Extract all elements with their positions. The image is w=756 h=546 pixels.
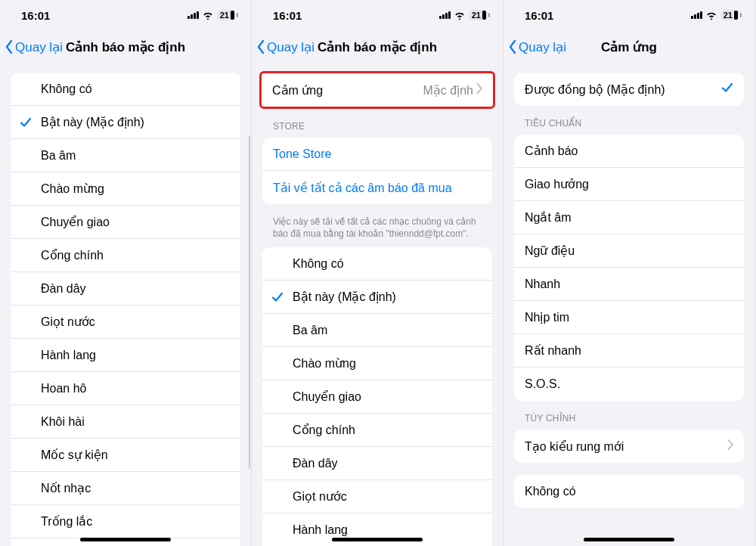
- tone-label: Ba âm: [41, 149, 230, 163]
- standard-item[interactable]: Rất nhanh: [514, 334, 744, 368]
- tone-label: Ba âm: [293, 324, 482, 337]
- home-indicator[interactable]: [332, 538, 423, 541]
- signal-icon: [187, 11, 199, 19]
- back-label: Quay lại: [519, 39, 566, 55]
- battery-icon: 21: [720, 10, 739, 20]
- status-right: 21: [439, 9, 488, 22]
- screen-3: 16:01 21 Quay lại Cảm ứng Được đồng bộ (…: [503, 0, 755, 546]
- wifi-icon: [202, 9, 214, 22]
- signal-icon: [439, 11, 451, 19]
- checkmark-icon: [721, 82, 733, 97]
- tone-row[interactable]: Không có: [262, 247, 492, 281]
- back-label: Quay lại: [15, 39, 63, 55]
- synced-label: Được đồng bộ (Mặc định): [525, 82, 733, 97]
- content: Cảm ứng Mặc định STORE Tone StoreTải về …: [252, 64, 503, 546]
- tone-row[interactable]: Chào mừng: [11, 172, 240, 206]
- tone-label: Chuyển giao: [41, 215, 230, 229]
- none-row[interactable]: Không có: [514, 475, 744, 508]
- tone-row[interactable]: Chào mừng: [262, 347, 492, 380]
- tone-label: Hành lang: [41, 349, 230, 362]
- tone-label: Chào mừng: [293, 356, 482, 371]
- home-indicator[interactable]: [80, 538, 171, 541]
- standard-item-label: Cảnh báo: [525, 144, 733, 158]
- back-button[interactable]: Quay lại: [256, 30, 314, 64]
- home-indicator[interactable]: [584, 538, 674, 541]
- standard-item-label: Nhanh: [525, 278, 733, 291]
- tone-row[interactable]: Ba âm: [262, 314, 492, 347]
- wifi-icon: [454, 9, 466, 22]
- wifi-icon: [705, 9, 717, 22]
- none-label: Không có: [525, 485, 733, 498]
- status-bar: 16:01 21: [0, 0, 251, 30]
- store-link[interactable]: Tone Store: [262, 138, 492, 171]
- tone-row[interactable]: Đàn dây: [11, 272, 240, 306]
- haptic-value: Mặc định: [423, 83, 473, 98]
- standard-item[interactable]: Nhịp tim: [514, 301, 744, 334]
- tone-row[interactable]: Cổng chính: [262, 414, 492, 447]
- tone-list: Không cóBật này (Mặc định)Ba âmChào mừng…: [11, 73, 240, 546]
- store-header: STORE: [273, 121, 482, 132]
- tone-row[interactable]: Hành lang: [11, 339, 240, 372]
- standard-item-label: Rất nhanh: [525, 343, 733, 358]
- tone-list: Không cóBật này (Mặc định)Ba âmChào mừng…: [262, 247, 492, 546]
- status-right: 21: [187, 9, 236, 22]
- standard-item[interactable]: Ngắt âm: [514, 201, 744, 234]
- tone-row[interactable]: Bật này (Mặc định): [11, 106, 240, 139]
- tone-row[interactable]: Khôi hài: [11, 405, 240, 439]
- standard-item-label: Giao hưởng: [525, 177, 733, 191]
- standard-item[interactable]: Ngữ điệu: [514, 234, 744, 268]
- tone-row[interactable]: Chuyển giao: [11, 206, 240, 239]
- tone-row[interactable]: Chuyển giao: [262, 380, 492, 414]
- standard-item[interactable]: Nhanh: [514, 268, 744, 301]
- battery-icon: 21: [217, 10, 236, 20]
- status-bar: 16:01 21: [252, 0, 503, 30]
- standard-group: Cảnh báoGiao hưởngNgắt âmNgữ điệuNhanhNh…: [514, 135, 744, 401]
- screen-1: 16:01 21 Quay lại Cảnh báo mặc định Khôn…: [0, 0, 252, 546]
- tone-row[interactable]: Bật này (Mặc định): [262, 281, 492, 314]
- tone-row[interactable]: Trống lắc: [11, 505, 240, 538]
- tone-label: Giọt nước: [41, 315, 230, 329]
- tone-row[interactable]: Ba âm: [11, 139, 240, 172]
- tone-row[interactable]: Nốt nhạc: [11, 472, 240, 505]
- nav-bar: Quay lại Cảnh báo mặc định: [252, 30, 503, 64]
- store-footer: Việc này sẽ tải về tất cả các nhạc chuôn…: [273, 216, 482, 240]
- store-link-label: Tone Store: [273, 147, 482, 161]
- screen-2: 16:01 21 Quay lại Cảnh báo mặc định Cảm …: [252, 0, 503, 546]
- tone-row[interactable]: Hoan hô: [11, 372, 240, 405]
- standard-item[interactable]: Cảnh báo: [514, 135, 744, 168]
- tone-row[interactable]: Mốc sự kiện: [11, 439, 240, 472]
- signal-icon: [691, 11, 702, 19]
- tone-row[interactable]: Cổng chính: [11, 239, 240, 272]
- standard-item-label: S.O.S.: [525, 377, 733, 391]
- battery-icon: 21: [469, 10, 488, 20]
- back-button[interactable]: Quay lại: [5, 30, 63, 64]
- tone-label: Giọt nước: [293, 489, 482, 504]
- tone-row[interactable]: Đàn dây: [262, 447, 492, 480]
- back-button[interactable]: Quay lại: [508, 30, 566, 64]
- standard-item[interactable]: S.O.S.: [514, 368, 744, 401]
- tone-label: Cổng chính: [293, 423, 482, 437]
- tone-label: Bật này (Mặc định): [41, 115, 230, 129]
- tone-row[interactable]: Giọt nước: [262, 480, 492, 513]
- status-time: 16:01: [525, 9, 553, 22]
- back-label: Quay lại: [267, 39, 314, 55]
- page-title: Cảm ứng: [601, 39, 657, 55]
- create-vibration-row[interactable]: Tạo kiểu rung mới: [514, 430, 744, 463]
- standard-item[interactable]: Giao hưởng: [514, 168, 744, 201]
- tone-label: Nốt nhạc: [41, 481, 230, 495]
- standard-item-label: Nhịp tim: [525, 310, 733, 324]
- page-title: Cảnh báo mặc định: [318, 39, 437, 55]
- chevron-right-icon: [476, 83, 482, 97]
- haptic-row[interactable]: Cảm ứng Mặc định: [262, 73, 493, 107]
- store-link[interactable]: Tải về tất cả các âm báo đã mua: [262, 171, 492, 204]
- tone-label: Đàn dây: [41, 282, 230, 296]
- nav-bar: Quay lại Cảnh báo mặc định: [0, 30, 251, 64]
- tone-row[interactable]: Giọt nước: [11, 306, 240, 339]
- haptic-label: Cảm ứng: [272, 83, 423, 98]
- scrollbar[interactable]: [249, 136, 250, 469]
- content: Được đồng bộ (Mặc định) TIÊU CHUẨN Cảnh …: [503, 64, 754, 546]
- tone-label: Mốc sự kiện: [41, 448, 230, 462]
- tone-row[interactable]: Không có: [11, 73, 240, 106]
- synced-row[interactable]: Được đồng bộ (Mặc định): [514, 73, 744, 106]
- standard-item-label: Ngữ điệu: [525, 244, 733, 258]
